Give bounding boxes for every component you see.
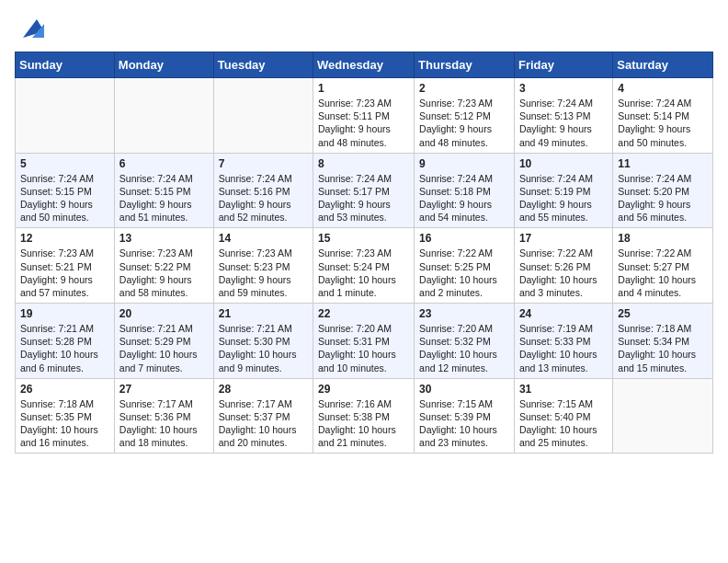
- day-info: Sunrise: 7:23 AM Sunset: 5:24 PM Dayligh…: [318, 247, 409, 299]
- weekday-header-tuesday: Tuesday: [213, 52, 313, 78]
- day-number: 28: [219, 383, 308, 396]
- calendar-cell: 4Sunrise: 7:24 AM Sunset: 5:14 PM Daylig…: [613, 78, 713, 154]
- day-info: Sunrise: 7:17 AM Sunset: 5:36 PM Dayligh…: [119, 397, 209, 450]
- day-info: Sunrise: 7:24 AM Sunset: 5:15 PM Dayligh…: [20, 172, 109, 224]
- day-number: 7: [219, 157, 308, 170]
- day-number: 27: [119, 383, 209, 396]
- day-info: Sunrise: 7:24 AM Sunset: 5:19 PM Dayligh…: [519, 172, 608, 224]
- day-info: Sunrise: 7:19 AM Sunset: 5:33 PM Dayligh…: [519, 322, 608, 374]
- calendar-cell: 2Sunrise: 7:23 AM Sunset: 5:12 PM Daylig…: [415, 78, 515, 154]
- weekday-header-wednesday: Wednesday: [313, 52, 415, 78]
- calendar-cell: [213, 78, 313, 154]
- calendar-cell: 26Sunrise: 7:18 AM Sunset: 5:35 PM Dayli…: [16, 378, 115, 454]
- calendar-cell: 14Sunrise: 7:23 AM Sunset: 5:23 PM Dayli…: [213, 228, 313, 304]
- weekday-header-saturday: Saturday: [613, 52, 713, 78]
- day-info: Sunrise: 7:21 AM Sunset: 5:29 PM Dayligh…: [119, 322, 209, 374]
- calendar-cell: 21Sunrise: 7:21 AM Sunset: 5:30 PM Dayli…: [213, 304, 313, 379]
- calendar-cell: 19Sunrise: 7:21 AM Sunset: 5:28 PM Dayli…: [16, 304, 115, 379]
- logo-icon: [18, 15, 46, 42]
- day-number: 30: [419, 383, 509, 396]
- day-number: 31: [519, 383, 608, 396]
- day-info: Sunrise: 7:24 AM Sunset: 5:13 PM Dayligh…: [519, 97, 608, 149]
- day-number: 12: [20, 232, 109, 245]
- day-info: Sunrise: 7:24 AM Sunset: 5:15 PM Dayligh…: [119, 172, 209, 224]
- day-info: Sunrise: 7:22 AM Sunset: 5:27 PM Dayligh…: [618, 247, 708, 299]
- day-number: 26: [20, 383, 109, 396]
- day-number: 6: [119, 157, 209, 170]
- day-info: Sunrise: 7:21 AM Sunset: 5:28 PM Dayligh…: [20, 322, 109, 374]
- day-info: Sunrise: 7:23 AM Sunset: 5:21 PM Dayligh…: [20, 247, 109, 299]
- calendar-week-row: 12Sunrise: 7:23 AM Sunset: 5:21 PM Dayli…: [16, 228, 713, 304]
- day-number: 25: [618, 307, 708, 320]
- weekday-header-friday: Friday: [514, 52, 612, 78]
- calendar-table: SundayMondayTuesdayWednesdayThursdayFrid…: [15, 52, 713, 454]
- calendar-cell: [16, 78, 115, 154]
- day-info: Sunrise: 7:23 AM Sunset: 5:12 PM Dayligh…: [419, 97, 509, 149]
- calendar-cell: 22Sunrise: 7:20 AM Sunset: 5:31 PM Dayli…: [313, 304, 415, 379]
- day-info: Sunrise: 7:24 AM Sunset: 5:18 PM Dayligh…: [419, 172, 509, 224]
- calendar-week-row: 5Sunrise: 7:24 AM Sunset: 5:15 PM Daylig…: [16, 153, 713, 228]
- day-info: Sunrise: 7:20 AM Sunset: 5:32 PM Dayligh…: [419, 322, 509, 374]
- day-number: 18: [618, 232, 708, 245]
- weekday-header-sunday: Sunday: [16, 52, 115, 78]
- day-number: 8: [318, 157, 409, 170]
- day-number: 20: [119, 307, 209, 320]
- day-number: 24: [519, 307, 608, 320]
- day-number: 5: [20, 157, 109, 170]
- day-info: Sunrise: 7:23 AM Sunset: 5:22 PM Dayligh…: [119, 247, 209, 299]
- calendar-cell: 29Sunrise: 7:16 AM Sunset: 5:38 PM Dayli…: [313, 378, 415, 454]
- calendar-cell: 23Sunrise: 7:20 AM Sunset: 5:32 PM Dayli…: [415, 304, 515, 379]
- calendar-cell: 11Sunrise: 7:24 AM Sunset: 5:20 PM Dayli…: [613, 153, 713, 228]
- calendar-cell: 24Sunrise: 7:19 AM Sunset: 5:33 PM Dayli…: [514, 304, 612, 379]
- calendar-cell: 7Sunrise: 7:24 AM Sunset: 5:16 PM Daylig…: [213, 153, 313, 228]
- calendar-cell: 6Sunrise: 7:24 AM Sunset: 5:15 PM Daylig…: [114, 153, 213, 228]
- day-number: 2: [419, 82, 509, 95]
- calendar-week-row: 1Sunrise: 7:23 AM Sunset: 5:11 PM Daylig…: [16, 78, 713, 154]
- day-info: Sunrise: 7:22 AM Sunset: 5:25 PM Dayligh…: [419, 247, 509, 299]
- calendar-cell: 9Sunrise: 7:24 AM Sunset: 5:18 PM Daylig…: [415, 153, 515, 228]
- weekday-header-monday: Monday: [114, 52, 213, 78]
- day-info: Sunrise: 7:24 AM Sunset: 5:20 PM Dayligh…: [618, 172, 708, 224]
- day-number: 23: [419, 307, 509, 320]
- calendar-week-row: 19Sunrise: 7:21 AM Sunset: 5:28 PM Dayli…: [16, 304, 713, 379]
- day-number: 10: [519, 157, 608, 170]
- calendar-cell: 25Sunrise: 7:18 AM Sunset: 5:34 PM Dayli…: [613, 304, 713, 379]
- calendar-cell: 17Sunrise: 7:22 AM Sunset: 5:26 PM Dayli…: [514, 228, 612, 304]
- day-number: 4: [618, 82, 708, 95]
- calendar-cell: 12Sunrise: 7:23 AM Sunset: 5:21 PM Dayli…: [16, 228, 115, 304]
- weekday-header-row: SundayMondayTuesdayWednesdayThursdayFrid…: [16, 52, 713, 78]
- day-info: Sunrise: 7:23 AM Sunset: 5:11 PM Dayligh…: [318, 97, 409, 149]
- day-number: 22: [318, 307, 409, 320]
- day-info: Sunrise: 7:15 AM Sunset: 5:40 PM Dayligh…: [519, 397, 608, 450]
- day-info: Sunrise: 7:18 AM Sunset: 5:34 PM Dayligh…: [618, 322, 708, 374]
- day-number: 14: [219, 232, 308, 245]
- page-header: [15, 15, 713, 42]
- day-number: 1: [318, 82, 409, 95]
- calendar-cell: 13Sunrise: 7:23 AM Sunset: 5:22 PM Dayli…: [114, 228, 213, 304]
- day-info: Sunrise: 7:17 AM Sunset: 5:37 PM Dayligh…: [219, 397, 308, 450]
- calendar-cell: 8Sunrise: 7:24 AM Sunset: 5:17 PM Daylig…: [313, 153, 415, 228]
- day-number: 15: [318, 232, 409, 245]
- weekday-header-thursday: Thursday: [415, 52, 515, 78]
- calendar-cell: 31Sunrise: 7:15 AM Sunset: 5:40 PM Dayli…: [514, 378, 612, 454]
- calendar-cell: [114, 78, 213, 154]
- day-number: 9: [419, 157, 509, 170]
- day-number: 17: [519, 232, 608, 245]
- calendar-cell: 5Sunrise: 7:24 AM Sunset: 5:15 PM Daylig…: [16, 153, 115, 228]
- day-info: Sunrise: 7:24 AM Sunset: 5:17 PM Dayligh…: [318, 172, 409, 224]
- calendar-cell: 27Sunrise: 7:17 AM Sunset: 5:36 PM Dayli…: [114, 378, 213, 454]
- day-info: Sunrise: 7:15 AM Sunset: 5:39 PM Dayligh…: [419, 397, 509, 450]
- calendar-cell: 30Sunrise: 7:15 AM Sunset: 5:39 PM Dayli…: [415, 378, 515, 454]
- calendar-cell: [613, 378, 713, 454]
- day-info: Sunrise: 7:20 AM Sunset: 5:31 PM Dayligh…: [318, 322, 409, 374]
- calendar-cell: 15Sunrise: 7:23 AM Sunset: 5:24 PM Dayli…: [313, 228, 415, 304]
- day-info: Sunrise: 7:23 AM Sunset: 5:23 PM Dayligh…: [219, 247, 308, 299]
- day-number: 21: [219, 307, 308, 320]
- calendar-cell: 1Sunrise: 7:23 AM Sunset: 5:11 PM Daylig…: [313, 78, 415, 154]
- day-info: Sunrise: 7:22 AM Sunset: 5:26 PM Dayligh…: [519, 247, 608, 299]
- logo: [15, 15, 46, 42]
- day-info: Sunrise: 7:18 AM Sunset: 5:35 PM Dayligh…: [20, 397, 109, 450]
- day-number: 16: [419, 232, 509, 245]
- calendar-cell: 3Sunrise: 7:24 AM Sunset: 5:13 PM Daylig…: [514, 78, 612, 154]
- day-number: 19: [20, 307, 109, 320]
